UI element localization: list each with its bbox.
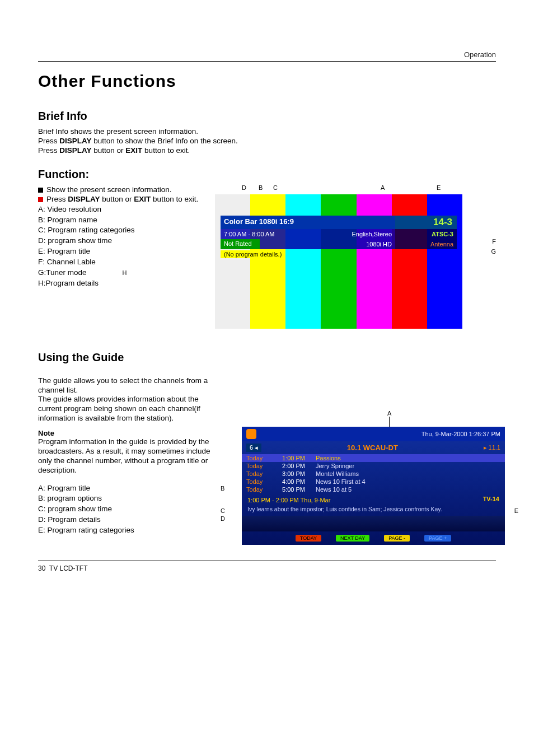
osd-program-name: Color Bar 1080i 16:9 [221, 216, 395, 229]
guide-legend: A: Program title B: program options C: p… [38, 483, 222, 536]
guide-row-time: 5:00 PM [282, 486, 313, 493]
legend-f: F: Channel Lable [38, 257, 206, 268]
guide-heading: Using the Guide [38, 351, 496, 364]
callout-f: F [492, 238, 496, 245]
legend-c: C: Program rating categories [38, 225, 206, 236]
gcallout-a: A [387, 410, 391, 417]
note-text: Program information in the guide is prov… [38, 437, 222, 475]
osd-show-time: 7:00 AM - 8:00 AM [221, 229, 345, 239]
guide-row: Today5:00 PMNews 10 at 5 [242, 486, 505, 493]
guide-ch-num: 6 ◂ [246, 444, 261, 452]
guide-section: Using the Guide The guide allows you to … [38, 351, 496, 545]
model-name: TV LCD-TFT [49, 564, 88, 572]
square-bullet-icon [38, 188, 43, 193]
legend-g: G:Tuner mode [38, 268, 87, 278]
legend-e: E: Program title [38, 246, 206, 257]
gcallout-d: D [221, 515, 225, 522]
osd-resolution: 1080i HD [260, 239, 395, 249]
guide-row-title: Montel Williams [316, 470, 500, 477]
tv-guide: Thu, 9-Mar-2000 1:26:37 PM 6 ◂ 10.1 WCAU… [242, 427, 505, 545]
brief-info-section: Brief Info Brief Info shows the present … [38, 110, 496, 156]
callout-b: B [259, 184, 263, 191]
guide-row-day: Today [246, 455, 280, 461]
guide-row-time: 1:00 PM [282, 455, 313, 461]
guide-row-title: News 10 at 5 [316, 486, 500, 493]
bullet-2: Press DISPLAY button or EXIT button to e… [38, 195, 206, 203]
callout-c: C [273, 184, 278, 191]
guide-p2: The guide allows provides information ab… [38, 395, 217, 423]
page-title: Other Functions [38, 72, 496, 91]
header-section: Operation [38, 50, 496, 59]
guide-row: Today1:00 PMPassions [242, 454, 505, 462]
gcallout-b: B [221, 485, 224, 492]
guide-row-day: Today [246, 478, 280, 485]
callout-e: E [437, 184, 441, 191]
gcallout-e: E [514, 507, 518, 514]
guide-btn-blue: PAGE + [424, 535, 451, 542]
osd-overlay: Color Bar 1080i 16:9 14-3 7:00 AM - 8:00… [221, 216, 457, 258]
guide-row-title: News 10 First at 4 [316, 478, 500, 485]
page-footer: 30 TV LCD-TFT [38, 564, 496, 572]
guide-row-time: 3:00 PM [282, 470, 313, 477]
gear-icon [246, 429, 256, 439]
glegend-e: E: Program rating categories [38, 525, 222, 536]
glegend-a: A: Program title [38, 483, 222, 494]
callout-d: D [242, 184, 246, 191]
guide-btn-yellow: PAGE - [384, 535, 410, 542]
guide-left-col: The guide allows you to select the chann… [38, 376, 222, 536]
callout-a: A [381, 184, 385, 191]
guide-btn-red: TODAY [296, 535, 321, 542]
guide-row-time: 2:00 PM [282, 463, 313, 469]
guide-rating: TV-14 [483, 496, 499, 502]
guide-datetime: Thu, 9-Mar-2000 1:26:37 PM [421, 431, 500, 437]
guide-ch-pos: ▸ 11.1 [484, 444, 500, 451]
guide-row-day: Today [246, 486, 280, 493]
function-legend: A: Video resolution B: Program name C: P… [38, 204, 206, 289]
function-left-col: Show the present screen information. Pre… [38, 185, 206, 289]
guide-detail-time: 1:00 PM - 2:00 PM Thu, 9-Mar [247, 497, 330, 503]
guide-row: Today4:00 PMNews 10 First at 4 [242, 478, 505, 486]
guide-row: Today2:00 PMJerry Springer [242, 462, 505, 470]
guide-row-time: 4:00 PM [282, 478, 313, 485]
guide-p1: The guide allows you to select the chann… [38, 376, 217, 395]
brief-info-p1: Brief Info shows the present screen info… [38, 127, 496, 137]
legend-b: B: Program name [38, 215, 206, 226]
bullet-1: Show the present screen information. [38, 185, 206, 194]
guide-btn-green: NEXT DAY [336, 535, 369, 542]
guide-channel-row: 6 ◂ 10.1 WCAU-DT ▸ 11.1 [242, 441, 505, 454]
gcallout-c: C [221, 507, 225, 514]
osd-program-title: 14-3 [395, 216, 457, 229]
guide-detail-row: 1:00 PM - 2:00 PM Thu, 9-Mar TV-14 [242, 493, 505, 506]
color-bars [215, 194, 462, 329]
guide-ch-name: 10.1 WCAU-DT [347, 444, 398, 452]
guide-row: Today3:00 PMMontel Williams [242, 470, 505, 478]
callout-g: G [491, 248, 496, 255]
brief-info-p2: Press DISPLAY button to show the Brief I… [38, 137, 496, 146]
guide-description: Ivy learns about the impostor; Luis conf… [242, 506, 505, 516]
guide-row-day: Today [246, 463, 280, 469]
square-bullet-icon [38, 197, 43, 202]
brief-info-p3: Press DISPLAY button or EXIT button to e… [38, 146, 496, 156]
guide-screenshot-wrap: A B C D E Thu, 9-Mar-2000 1:26:37 PM 6 ◂… [231, 376, 505, 545]
osd-tuner-mode: Antenna [395, 239, 457, 249]
osd-screenshot: D B C A E F G Color Bar 1080i 16:9 14-3 [215, 185, 496, 329]
glegend-b: B: program options [38, 493, 222, 504]
page-number: 30 [38, 564, 45, 572]
header-rule [38, 61, 496, 62]
callout-h: H [123, 269, 127, 277]
guide-buttons: TODAY NEXT DAY PAGE - PAGE + [242, 531, 505, 545]
brief-info-heading: Brief Info [38, 110, 496, 123]
note-heading: Note [38, 429, 222, 437]
manual-page: Operation Other Functions Brief Info Bri… [0, 0, 534, 595]
osd-rating: Not Rated [221, 239, 260, 249]
legend-h: H:Program details [38, 278, 206, 289]
guide-row-title: Jerry Springer [316, 463, 500, 469]
function-section: Function: Show the present screen inform… [38, 168, 496, 329]
legend-d: D: program show time [38, 236, 206, 246]
guide-row-title: Passions [316, 455, 500, 461]
glegend-d: D: Program details [38, 515, 222, 525]
osd-audio: English,Stereo [345, 229, 395, 239]
guide-row-day: Today [246, 470, 280, 477]
guide-rows: Today1:00 PMPassionsToday2:00 PMJerry Sp… [242, 454, 505, 493]
guide-header: Thu, 9-Mar-2000 1:26:37 PM [242, 427, 505, 441]
